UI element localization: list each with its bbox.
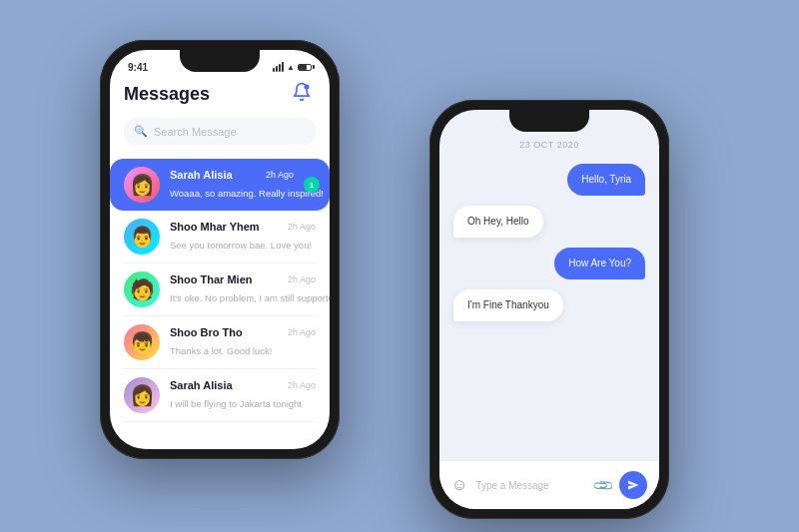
- chat-item[interactable]: 👩 Sarah Alisia 2h Ago I will be flying t…: [124, 369, 316, 422]
- messages-area: Hello, TyriaOh Hey, HelloHow Are You?I'm…: [439, 164, 659, 460]
- messages-title: Messages: [124, 84, 210, 105]
- battery-icon: [298, 64, 312, 71]
- right-notch: [509, 110, 589, 132]
- message-bubble-received: I'm Fine Thankyou: [453, 289, 563, 321]
- chat-preview: It's oke. No problem, I am still support…: [170, 292, 330, 303]
- avatar: 👩: [124, 377, 160, 413]
- svg-point-0: [305, 85, 310, 90]
- notch: [180, 50, 260, 72]
- chat-item[interactable]: 👦 Shoo Bro Tho 2h Ago Thanks a lot. Good…: [124, 316, 316, 369]
- chat-name: Sarah Alisia: [170, 379, 233, 391]
- chat-preview: I will be flying to Jakarta tonight: [170, 398, 302, 409]
- chat-time: 2h Ago: [288, 327, 316, 337]
- avatar: 👩: [124, 167, 160, 203]
- bell-button[interactable]: [292, 82, 316, 106]
- chat-content: Sarah Alisia 2h Ago Woaaa, so amazing. R…: [170, 169, 294, 201]
- chat-time: 2h Ago: [288, 380, 316, 390]
- left-phone: 9:41 ▲ Messages: [100, 40, 340, 459]
- chat-item[interactable]: 👩 Sarah Alisia 2h Ago Woaaa, so amazing.…: [110, 159, 330, 211]
- search-input[interactable]: Search Message: [154, 126, 237, 138]
- avatar: 👨: [124, 219, 160, 255]
- messages-header: Messages: [124, 82, 316, 106]
- message-input[interactable]: Type a Message: [475, 480, 586, 491]
- chat-name: Sarah Alisia: [170, 169, 233, 181]
- status-time: 9:41: [128, 62, 148, 73]
- chat-top-row: Shoo Bro Tho 2h Ago: [170, 326, 316, 338]
- search-bar[interactable]: 🔍 Search Message: [124, 118, 316, 145]
- chat-time: 2h Ago: [288, 274, 316, 284]
- chat-content: Sarah Alisia 2h Ago I will be flying to …: [170, 379, 316, 411]
- chat-name: Shoo Thar Mien: [170, 273, 253, 285]
- chat-input-bar: ☺ Type a Message 📎: [439, 460, 659, 509]
- unread-badge: 1: [304, 177, 320, 193]
- chat-item[interactable]: 👨 Shoo Mhar Yhem 2h Ago See you tomorrow…: [124, 211, 316, 264]
- avatar: 🧑: [124, 271, 160, 307]
- chat-name: Shoo Mhar Yhem: [170, 221, 260, 233]
- status-icons: ▲: [273, 62, 312, 72]
- chat-screen: 23 OCT 2020 Hello, TyriaOh Hey, HelloHow…: [439, 110, 659, 509]
- chat-content: Shoo Mhar Yhem 2h Ago See you tomorrow b…: [170, 221, 316, 253]
- signal-icon: [273, 62, 284, 72]
- chat-content: Shoo Bro Tho 2h Ago Thanks a lot. Good l…: [170, 326, 316, 358]
- send-button[interactable]: [619, 471, 647, 499]
- search-icon: 🔍: [134, 125, 148, 138]
- chat-list: 👩 Sarah Alisia 2h Ago Woaaa, so amazing.…: [124, 159, 316, 422]
- chat-top-row: Shoo Mhar Yhem 2h Ago: [170, 221, 316, 233]
- chat-item[interactable]: 🧑 Shoo Thar Mien 2h Ago It's oke. No pro…: [124, 264, 316, 316]
- attach-icon[interactable]: 📎: [591, 473, 614, 496]
- chat-top-row: Sarah Alisia 2h Ago: [170, 379, 316, 391]
- chat-time: 2h Ago: [266, 170, 294, 180]
- chat-name: Shoo Bro Tho: [170, 326, 243, 338]
- chat-preview: Woaaa, so amazing. Really inspired!: [170, 188, 324, 199]
- chat-date: 23 OCT 2020: [439, 140, 659, 150]
- chat-preview: Thanks a lot. Good luck!: [170, 345, 272, 356]
- message-bubble-received: Oh Hey, Hello: [453, 206, 543, 238]
- right-phone: 23 OCT 2020 Hello, TyriaOh Hey, HelloHow…: [429, 100, 669, 519]
- wifi-icon: ▲: [287, 63, 295, 72]
- chat-preview: See you tomorrow bae. Love you!: [170, 240, 312, 251]
- chat-top-row: Sarah Alisia 2h Ago: [170, 169, 294, 181]
- emoji-button[interactable]: ☺: [451, 476, 467, 494]
- chat-content: Shoo Thar Mien 2h Ago It's oke. No probl…: [170, 273, 316, 305]
- message-bubble-sent: How Are You?: [554, 248, 645, 279]
- chat-time: 2h Ago: [288, 222, 316, 232]
- message-bubble-sent: Hello, Tyria: [567, 164, 645, 196]
- chat-top-row: Shoo Thar Mien 2h Ago: [170, 273, 316, 285]
- avatar: 👦: [124, 324, 160, 360]
